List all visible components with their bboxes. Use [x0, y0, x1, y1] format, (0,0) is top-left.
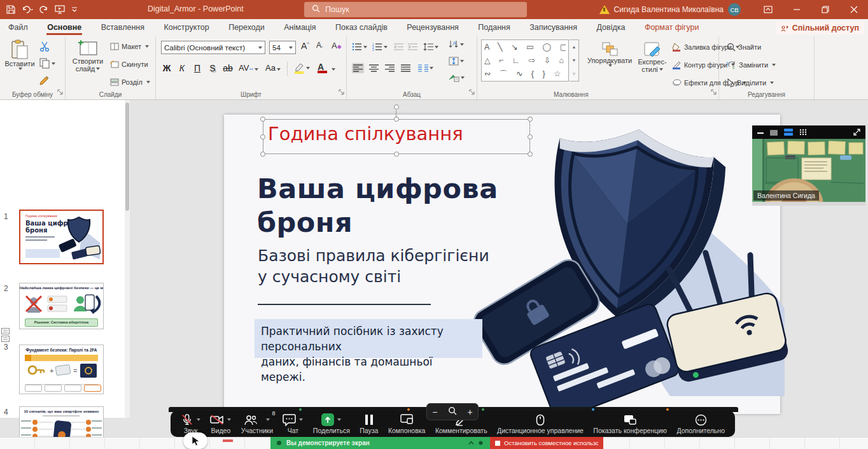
tab-transitions[interactable]: Переходи — [220, 19, 273, 35]
tab-animations[interactable]: Анімація — [276, 19, 324, 35]
justify-button[interactable] — [400, 63, 412, 73]
tab-insert[interactable]: Вставлення — [93, 19, 153, 35]
webcam-speaker-view-icon[interactable] — [770, 127, 778, 138]
section-marker-icon[interactable] — [1, 336, 10, 342]
clear-formatting-button[interactable]: A◆ — [332, 41, 342, 50]
section-marker-icon[interactable] — [1, 328, 10, 334]
underline-button[interactable]: П — [190, 63, 204, 73]
copy-icon[interactable] — [39, 58, 55, 71]
thumbnail-scrollbar[interactable] — [125, 100, 130, 418]
webcam-grid-view-icon[interactable] — [799, 127, 807, 138]
dialog-launcher-icon[interactable] — [339, 86, 344, 97]
webcam-minimize-icon[interactable] — [757, 127, 764, 138]
convert-to-smartart-button[interactable] — [449, 73, 465, 85]
shapes-row[interactable]: ∾ ⌒ ∿ { } ☆ — [484, 68, 566, 81]
quick-styles-button[interactable]: Експрес- стилі — [635, 41, 669, 73]
line-spacing-button[interactable] — [423, 42, 438, 53]
shapes-row[interactable]: △ ⌐ ∟ ⇨ ⇩ ⌂ — [484, 54, 566, 68]
chat-button[interactable]: Чат — [283, 413, 303, 434]
replace-button[interactable]: bcЗамінити — [727, 61, 776, 69]
show-conference-button[interactable]: Показать конференцию — [593, 413, 667, 434]
slide-thumbnail-3[interactable]: Фундамент безпеки: Паролі та 2FA + = — [19, 345, 104, 394]
redo-icon[interactable] — [39, 5, 48, 14]
selection-handle[interactable] — [394, 152, 399, 157]
align-left-button[interactable] — [352, 63, 364, 73]
highlight-color-button[interactable] — [293, 62, 310, 77]
tab-home[interactable]: Основне — [39, 19, 90, 35]
text-shadow-button[interactable]: S — [206, 63, 220, 73]
arrange-button[interactable]: Упорядкувати — [585, 41, 634, 67]
slide-subtitle[interactable]: Базові правила кібергігієни у сучасному … — [258, 245, 489, 287]
chevron-icon[interactable] — [266, 418, 270, 421]
bold-button[interactable]: Ж — [160, 63, 174, 73]
tab-help[interactable]: Довідка — [588, 19, 633, 35]
slide-thumbnail-2[interactable]: Найслабша ланка цифрової безпеки — це ми… — [19, 283, 104, 329]
video-button[interactable]: Видео — [210, 413, 231, 434]
chevron-icon[interactable] — [197, 418, 200, 421]
zoom-out-button[interactable]: − — [432, 407, 437, 417]
avatar[interactable]: СВ — [728, 3, 741, 16]
slide-title[interactable]: Ваша цифрова броня — [257, 172, 498, 239]
slide-kicker-text[interactable]: Година спілкування — [268, 123, 463, 145]
tab-design[interactable]: Конструктор — [155, 19, 217, 35]
shapes-row[interactable]: A ╲ ↘ ▭ ◯ ▢ — [484, 41, 566, 54]
reset-button[interactable]: Скинути — [110, 61, 148, 68]
tab-shape-format[interactable]: Формат фігури — [636, 19, 708, 35]
undo-icon[interactable] — [22, 5, 33, 14]
audio-button[interactable]: Звук — [181, 413, 200, 434]
selection-handle[interactable] — [260, 152, 265, 157]
align-right-button[interactable] — [384, 63, 396, 73]
share-screen-button[interactable]: Поделиться — [313, 413, 350, 434]
selection-handle[interactable] — [260, 117, 265, 122]
save-icon[interactable] — [6, 5, 15, 14]
dialog-launcher-icon[interactable] — [57, 86, 63, 97]
dialog-launcher-icon[interactable] — [469, 86, 475, 97]
restore-icon[interactable] — [811, 0, 839, 19]
account-area[interactable]: Сигида Валентина Миколаївна СВ — [599, 0, 741, 19]
chevron-icon[interactable] — [227, 418, 231, 421]
find-button[interactable]: Знайти — [727, 43, 761, 52]
chevron-down-icon[interactable] — [332, 68, 335, 71]
slide-thumbnail-1[interactable]: Година спілкування Ваша цифроваброня — [19, 210, 104, 264]
magnifier-widget[interactable]: − + — [426, 403, 479, 420]
selection-handle[interactable] — [528, 134, 533, 139]
close-icon[interactable] — [839, 0, 868, 19]
bullets-button[interactable] — [352, 42, 367, 53]
webcam-video[interactable]: Валентина Сигида — [752, 139, 865, 202]
change-case-button[interactable]: Aa — [265, 63, 281, 73]
font-name-combo[interactable]: Calibri (Основний текст) — [161, 41, 265, 54]
search-box[interactable]: Пошук — [304, 2, 527, 17]
decrease-indent-button[interactable] — [394, 42, 403, 53]
format-painter-icon[interactable] — [39, 75, 51, 89]
cut-icon[interactable] — [39, 41, 50, 55]
selection-handle[interactable] — [528, 152, 533, 157]
paste-button[interactable]: Вставити — [5, 39, 34, 70]
align-text-button[interactable] — [449, 57, 464, 68]
tab-view[interactable]: Подання — [470, 19, 518, 35]
tab-slideshow[interactable]: Показ слайдів — [327, 19, 396, 35]
shapes-gallery-scroll[interactable]: ▲▼▿ — [570, 39, 579, 82]
text-direction-button[interactable]: A — [449, 40, 464, 52]
align-center-button[interactable] — [368, 63, 380, 73]
font-size-combo[interactable]: 54 — [269, 41, 296, 54]
tab-review[interactable]: Рецензування — [398, 19, 466, 35]
layout-button[interactable]: Макет — [110, 43, 149, 50]
webcam-window[interactable]: Валентина Сигида — [752, 125, 865, 206]
shapes-gallery[interactable]: A ╲ ↘ ▭ ◯ ▢ △ ⌐ ∟ ⇨ ⇩ ⌂ ∾ ⌒ ∿ { } ☆ — [481, 39, 569, 82]
character-spacing-button[interactable]: AV⇿ — [239, 63, 258, 73]
start-slideshow-icon[interactable] — [55, 5, 65, 14]
new-slide-button[interactable]: Створити слайд — [69, 39, 106, 73]
font-color-button[interactable]: A — [318, 62, 327, 73]
increase-indent-button[interactable] — [408, 42, 417, 53]
share-button[interactable]: Спільний доступ — [776, 22, 864, 34]
webcam-gallery-view-icon[interactable] — [784, 127, 793, 138]
webcam-expand-icon[interactable] — [853, 127, 860, 138]
numbering-button[interactable]: 123 — [372, 42, 388, 53]
strikethrough-button[interactable]: ab — [221, 63, 235, 73]
remote-control-button[interactable]: Дистанционное управление — [497, 413, 584, 434]
columns-button[interactable] — [418, 63, 433, 75]
more-button[interactable]: Дополнительно — [676, 413, 725, 434]
select-button[interactable]: Виділити — [727, 78, 774, 87]
tab-file[interactable]: Файл — [0, 19, 36, 35]
selection-handle[interactable] — [528, 117, 533, 122]
